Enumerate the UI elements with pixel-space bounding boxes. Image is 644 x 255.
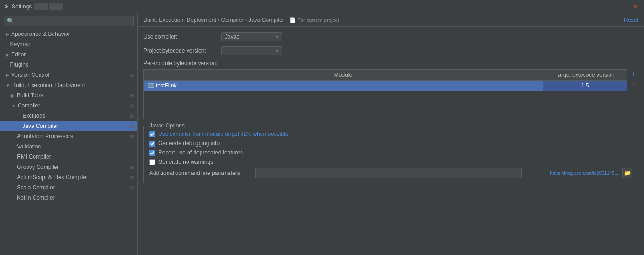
for-project-label: 📄 For current project	[289, 17, 339, 23]
add-module-button[interactable]: +	[629, 69, 638, 79]
sidebar-item-java-compiler[interactable]: Java Compiler ⊞	[0, 121, 137, 131]
sidebar-item-validation[interactable]: Validation	[0, 141, 137, 152]
remove-module-button[interactable]: −	[629, 80, 638, 89]
sidebar-item-label: RMI Compiler	[17, 154, 51, 160]
arrow-spacer	[17, 124, 20, 129]
use-compiler-checkbox-label: Use compiler from module target JDK when…	[158, 131, 288, 137]
bytecode-select[interactable]	[221, 46, 282, 55]
sidebar-item-build-tools[interactable]: ▶ Build Tools ⊞	[0, 90, 137, 101]
ext-icon: ⊞	[130, 175, 134, 180]
sidebar-item-label: Plugins	[10, 61, 28, 68]
content-body: Use compiler: Javac Eclipse Ajc Project …	[138, 27, 644, 255]
cmd-line-row: Additional command line parameters: http…	[149, 168, 632, 178]
ext-icon: ⊞	[130, 114, 134, 119]
sidebar-item-keymap[interactable]: Keymap	[0, 39, 137, 49]
tab-2[interactable]: ...	[49, 3, 63, 10]
title-bar: ⚙ Settings ... ... ✕	[0, 0, 644, 13]
ext-icon: ⊞	[130, 185, 134, 190]
deprecated-checkbox[interactable]	[149, 150, 155, 156]
sidebar-item-plugins[interactable]: Plugins	[0, 60, 137, 70]
checkbox-debug: Generate debugging info	[149, 140, 632, 147]
sidebar-item-label: Editor	[11, 51, 26, 58]
arrow-icon: ▶	[6, 73, 9, 78]
ext-icon: ⊞	[130, 134, 134, 139]
breadcrumb-text: Build, Execution, Deployment › Compiler …	[143, 17, 284, 23]
sidebar-item-label: Appearance & Behavior	[11, 31, 70, 37]
sidebar-item-kotlin[interactable]: Kotlin Compiler	[0, 193, 137, 203]
sidebar-item-label: ActionScript & Flex Compiler	[17, 174, 88, 181]
arrow-spacer	[11, 195, 15, 201]
debug-checkbox[interactable]	[149, 141, 155, 147]
sidebar-item-version-control[interactable]: ▶ Version Control ⊞	[0, 70, 137, 80]
bytecode-col-header: Target bytecode version	[543, 70, 627, 80]
sidebar: 🔍 ▶ Appearance & Behavior Keymap ▶ Edito…	[0, 13, 138, 255]
search-icon: 🔍	[7, 18, 14, 24]
sidebar-item-compiler[interactable]: ▼ Compiler ⊞	[0, 101, 137, 111]
arrow-icon: ▼	[11, 103, 16, 108]
sidebar-item-label: Keymap	[10, 41, 31, 47]
table-header: Module Target bytecode version	[144, 70, 627, 81]
table-row[interactable]: testFlink 1.5	[144, 81, 627, 91]
folder-button[interactable]: 📁	[622, 168, 632, 178]
javac-options-title: Javac Options	[148, 122, 187, 129]
module-table: Module Target bytecode version testFlink…	[143, 69, 627, 126]
arrow-spacer	[11, 165, 15, 170]
sidebar-item-label: Compiler	[18, 102, 40, 109]
sidebar-item-groovy[interactable]: Groovy Compiler ⊞	[0, 162, 137, 172]
bytecode-cell[interactable]: 1.5	[543, 81, 627, 91]
breadcrumb: Build, Execution, Deployment › Compiler …	[143, 17, 339, 23]
url-hint: https://blog.csdn.net/lc2001145...	[525, 171, 618, 176]
arrow-spacer	[11, 185, 15, 190]
checkbox-no-warnings: Generate no warnings	[149, 159, 632, 165]
sidebar-item-scala[interactable]: Scala Compiler ⊞	[0, 182, 137, 193]
table-action-buttons: + −	[629, 69, 638, 89]
module-name: testFlink	[156, 82, 177, 89]
no-warnings-checkbox[interactable]	[149, 159, 155, 165]
ext-icon: ⊞	[130, 93, 134, 98]
close-button[interactable]: ✕	[631, 2, 640, 11]
sidebar-item-label: Version Control	[11, 72, 49, 78]
content-header: Build, Execution, Deployment › Compiler …	[138, 13, 644, 27]
sidebar-item-label: Kotlin Compiler	[17, 195, 54, 201]
sidebar-item-actionscript[interactable]: ActionScript & Flex Compiler ⊞	[0, 172, 137, 182]
arrow-spacer	[11, 154, 15, 160]
project-icon: 📄	[289, 17, 296, 23]
arrow-spacer	[11, 144, 15, 149]
ext-icon: ⊞	[130, 73, 134, 78]
cmd-line-input[interactable]	[255, 168, 522, 178]
sidebar-item-label: Validation	[17, 143, 41, 150]
ext-icon: ⊞	[130, 165, 134, 170]
table-container: Module Target bytecode version testFlink…	[143, 69, 627, 119]
compiler-select[interactable]: Javac Eclipse Ajc	[221, 32, 282, 41]
arrow-spacer	[17, 114, 20, 119]
arrow-icon: ▼	[6, 83, 10, 88]
sidebar-item-annotation[interactable]: Annotation Processors ⊞	[0, 131, 137, 141]
debug-checkbox-label: Generate debugging info	[158, 140, 220, 147]
search-box[interactable]: 🔍	[4, 16, 134, 26]
bytecode-select-wrapper[interactable]	[221, 46, 282, 55]
table-empty-space	[144, 91, 627, 119]
sidebar-item-label: Scala Compiler	[17, 184, 54, 191]
reset-button[interactable]: Reset	[624, 17, 638, 23]
per-module-label: Per-module bytecode version:	[143, 60, 638, 67]
sidebar-item-appearance[interactable]: ▶ Appearance & Behavior	[0, 29, 137, 39]
arrow-icon: ▶	[11, 93, 15, 98]
sidebar-item-label: Java Compiler	[22, 123, 58, 129]
compiler-select-wrapper[interactable]: Javac Eclipse Ajc	[221, 32, 282, 41]
bytecode-version-row: Project bytecode version:	[143, 46, 638, 55]
no-warnings-checkbox-label: Generate no warnings	[158, 159, 213, 165]
tab-1[interactable]: ...	[34, 3, 48, 10]
use-compiler-checkbox[interactable]	[149, 131, 155, 137]
ext-icon: ⊞	[130, 124, 134, 129]
sidebar-item-rmi[interactable]: RMI Compiler	[0, 152, 137, 162]
sidebar-item-excludes[interactable]: Excludes ⊞	[0, 111, 137, 121]
sidebar-item-label: Annotation Processors	[17, 133, 73, 140]
use-compiler-row: Use compiler: Javac Eclipse Ajc	[143, 32, 638, 41]
sidebar-item-label: Excludes	[22, 113, 45, 119]
arrow-icon: ▶	[6, 52, 9, 57]
module-table-section: Module Target bytecode version testFlink…	[143, 69, 638, 126]
search-input[interactable]	[16, 18, 130, 24]
sidebar-item-editor[interactable]: ▶ Editor	[0, 49, 137, 60]
sidebar-item-build-exec[interactable]: ▼ Build, Execution, Deployment	[0, 80, 137, 90]
cmd-line-label: Additional command line parameters:	[149, 170, 252, 176]
